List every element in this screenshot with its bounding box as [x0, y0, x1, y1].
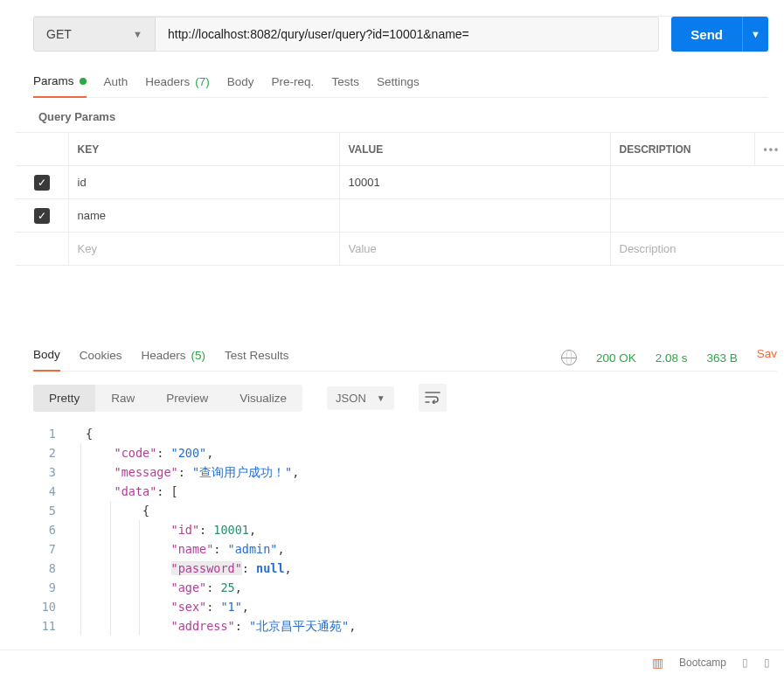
- response-time: 2.08 s: [656, 351, 688, 365]
- param-key-input[interactable]: [78, 166, 330, 198]
- col-description: DESCRIPTION: [610, 133, 754, 166]
- response-body[interactable]: 1{ 2 "code": "200", 3 "message": "查询用户成功…: [33, 424, 784, 636]
- resp-tab-body[interactable]: Body: [33, 344, 60, 372]
- chevron-down-icon: ▼: [377, 393, 385, 403]
- http-method-dropdown[interactable]: GET ▼: [33, 17, 156, 52]
- headers-count: (7): [195, 75, 210, 88]
- table-row-empty: [16, 233, 784, 266]
- send-button[interactable]: Send: [671, 17, 742, 52]
- body-view-mode: Pretty Raw Preview Visualize: [33, 385, 302, 412]
- param-desc-input[interactable]: [620, 233, 776, 265]
- save-response-button[interactable]: Sav: [757, 347, 777, 369]
- param-checkbox[interactable]: ✓: [34, 208, 50, 224]
- send-dropdown-button[interactable]: ▼: [742, 17, 768, 52]
- resp-headers-label: Headers: [142, 349, 186, 362]
- resp-tab-headers[interactable]: Headers (5): [142, 345, 206, 371]
- param-key-input[interactable]: [78, 233, 330, 265]
- param-checkbox[interactable]: ✓: [34, 175, 50, 191]
- col-value: VALUE: [339, 133, 610, 166]
- view-raw[interactable]: Raw: [95, 385, 150, 412]
- tab-prereq[interactable]: Pre-req.: [272, 72, 315, 97]
- response-size: 363 B: [706, 351, 737, 365]
- chevron-down-icon: ▼: [133, 29, 142, 39]
- query-params-title: Query Params: [38, 110, 768, 123]
- status-bar: ▥ Bootcamp ▯ ▯: [0, 650, 784, 674]
- format-dropdown[interactable]: JSON ▼: [327, 386, 394, 410]
- resp-tab-tests[interactable]: Test Results: [225, 345, 289, 371]
- code-token: {: [86, 427, 93, 441]
- table-row: ✓: [16, 199, 784, 233]
- param-key-input[interactable]: [78, 199, 330, 232]
- param-value-input[interactable]: [349, 166, 601, 198]
- view-pretty[interactable]: Pretty: [33, 385, 95, 412]
- bootcamp-icon[interactable]: ▥: [652, 656, 663, 670]
- view-preview[interactable]: Preview: [150, 385, 224, 412]
- resp-tab-cookies[interactable]: Cookies: [80, 345, 122, 371]
- http-method-label: GET: [46, 27, 72, 41]
- globe-icon[interactable]: [561, 350, 577, 365]
- tab-params-label: Params: [33, 74, 74, 87]
- resp-headers-count: (5): [191, 349, 206, 362]
- format-label: JSON: [336, 392, 366, 405]
- view-visualize[interactable]: Visualize: [224, 385, 302, 412]
- wrap-lines-button[interactable]: [419, 384, 447, 412]
- tab-headers-label: Headers: [145, 75, 190, 88]
- status-code: 200 OK: [596, 351, 636, 365]
- url-text: http://localhost:8082/qury/user/query?id…: [168, 27, 469, 41]
- panel-icon[interactable]: ▯: [742, 657, 748, 669]
- tab-headers[interactable]: Headers (7): [145, 72, 210, 97]
- tab-params[interactable]: Params: [33, 71, 87, 98]
- bootcamp-label[interactable]: Bootcamp: [679, 657, 726, 669]
- tab-settings[interactable]: Settings: [377, 72, 420, 97]
- param-desc-input[interactable]: [620, 199, 776, 232]
- param-value-input[interactable]: [349, 199, 601, 232]
- param-desc-input[interactable]: [620, 166, 776, 198]
- param-value-input[interactable]: [349, 233, 601, 265]
- more-icon[interactable]: •••: [764, 143, 781, 156]
- tab-auth[interactable]: Auth: [104, 72, 128, 97]
- table-row: ✓: [16, 166, 784, 199]
- panel-icon-2[interactable]: ▯: [764, 657, 770, 669]
- tab-tests[interactable]: Tests: [331, 72, 359, 97]
- dot-icon: [80, 78, 87, 85]
- col-key: KEY: [68, 133, 339, 166]
- query-params-table: KEY VALUE DESCRIPTION ••• ✓ ✓: [16, 132, 784, 266]
- table-header-row: KEY VALUE DESCRIPTION •••: [16, 133, 784, 166]
- tab-body[interactable]: Body: [227, 72, 254, 97]
- url-input[interactable]: http://localhost:8082/qury/user/query?id…: [156, 17, 659, 52]
